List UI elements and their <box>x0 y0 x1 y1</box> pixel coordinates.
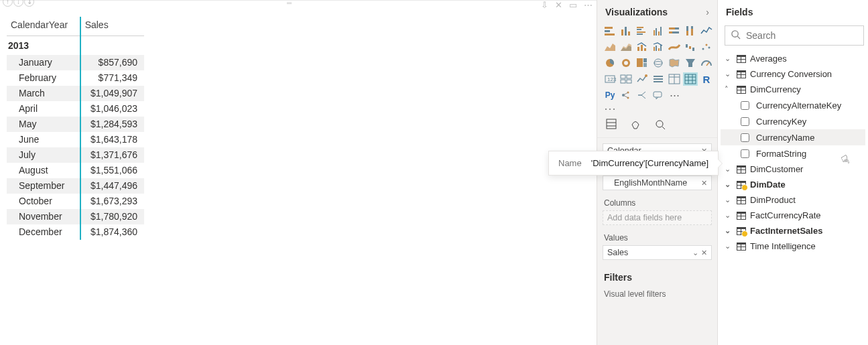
search-input[interactable] <box>725 25 864 46</box>
filled-map-icon[interactable] <box>667 56 682 70</box>
drill-up-icon[interactable]: ↑ <box>3 0 13 7</box>
pie-chart-icon[interactable] <box>603 56 617 70</box>
values-well-sales[interactable]: Sales ⌄✕ <box>603 245 712 260</box>
kpi-icon[interactable] <box>635 72 649 86</box>
qa-visual-icon[interactable] <box>651 88 666 102</box>
field-checkbox[interactable] <box>741 133 749 142</box>
table-averages[interactable]: ⌄ Averages <box>721 51 865 66</box>
table-factcurrencyrate[interactable]: ⌄ FactCurrencyRate <box>721 208 865 223</box>
svg-point-40 <box>624 61 628 65</box>
gallery-overflow-icon[interactable]: ⋯ <box>597 105 717 113</box>
sales-cell: $1,643,178 <box>80 132 144 147</box>
r-visual-icon[interactable]: R <box>699 72 714 86</box>
scatter-icon[interactable] <box>699 40 714 54</box>
table-dimdate[interactable]: ⌄ DimDate <box>721 177 865 192</box>
multi-card-icon[interactable] <box>619 72 633 86</box>
field-currencyalternatekey[interactable]: CurrencyAlternateKey <box>721 97 865 113</box>
decomposition-icon[interactable] <box>635 88 649 102</box>
gauge-icon[interactable] <box>699 56 714 70</box>
col-header-sales[interactable]: Sales <box>80 17 144 36</box>
svg-rect-2 <box>605 33 615 36</box>
expand-icon[interactable]: ↧ <box>24 0 34 7</box>
field-label: CurrencyName <box>756 133 814 143</box>
format-tab-icon[interactable] <box>629 118 641 132</box>
field-checkbox[interactable] <box>741 149 749 158</box>
slicer-icon[interactable] <box>651 72 666 86</box>
clustered-bar-icon[interactable] <box>635 24 649 38</box>
visual-drill-icons[interactable]: ↑ ↓ ↧ <box>3 0 34 7</box>
custom-visual-icon[interactable]: ⋯ <box>667 88 682 102</box>
table-timeintelligence[interactable]: ⌄ Time Intelligence <box>721 238 865 254</box>
svg-rect-61 <box>685 74 696 84</box>
drill-down-icon[interactable]: ↓ <box>13 0 23 7</box>
filter-icon[interactable]: ✕ <box>555 0 562 10</box>
stacked-bar-icon[interactable] <box>603 24 617 38</box>
svg-rect-10 <box>654 30 655 36</box>
report-canvas[interactable]: ↑ ↓ ↧ ═ ⇩ ✕ ▭ ⋯ CalendarYear Sales 2013 … <box>0 0 597 345</box>
rows-well-month[interactable]: EnglishMonthName ✕ <box>603 176 712 190</box>
svg-marker-22 <box>605 44 615 51</box>
funnel-icon[interactable] <box>683 56 698 70</box>
table-label: FactInternetSales <box>750 226 822 236</box>
month-cell: September <box>7 178 80 194</box>
fields-tab-icon[interactable] <box>605 118 617 132</box>
field-currencykey[interactable]: CurrencyKey <box>721 113 865 129</box>
waterfall-icon[interactable] <box>683 40 698 54</box>
stacked100-bar-icon[interactable] <box>667 24 682 38</box>
py-visual-icon[interactable]: Py <box>603 88 617 102</box>
filters-visual-level-label: Visual level filters <box>597 285 717 299</box>
map-icon[interactable] <box>651 56 666 70</box>
collapse-pane-icon[interactable]: › <box>706 7 709 17</box>
matrix-visual[interactable]: CalendarYear Sales 2013 January$857,690 … <box>7 17 144 240</box>
field-currencyname[interactable]: CurrencyName <box>721 129 865 145</box>
table-icon[interactable] <box>667 72 682 86</box>
table-dimproduct[interactable]: ⌄ DimProduct <box>721 192 865 208</box>
svg-line-70 <box>623 95 628 98</box>
area-chart-icon[interactable] <box>603 40 617 54</box>
table-dimcurrency[interactable]: ˄ DimCurrency <box>721 82 865 97</box>
svg-rect-75 <box>607 119 616 129</box>
remove-field-icon[interactable]: ✕ <box>701 179 707 188</box>
sales-cell: $857,690 <box>80 55 144 70</box>
col-header-calendar[interactable]: CalendarYear <box>7 17 80 36</box>
matrix-icon[interactable] <box>683 72 698 86</box>
field-checkbox[interactable] <box>741 117 749 126</box>
line-stacked-icon[interactable] <box>635 40 649 54</box>
card-icon[interactable]: 123 <box>603 72 617 86</box>
columns-well-label: Columns <box>603 196 712 210</box>
clustered-column-icon[interactable] <box>651 24 666 38</box>
pin-icon[interactable]: ⇩ <box>541 0 548 10</box>
search-field[interactable] <box>746 30 858 41</box>
svg-text:123: 123 <box>607 76 616 82</box>
svg-rect-5 <box>628 31 630 36</box>
pane-title: Visualizations <box>605 7 668 17</box>
visual-header-icons[interactable]: ⇩ ✕ ▭ ⋯ <box>541 0 593 10</box>
remove-field-icon[interactable]: ✕ <box>701 249 707 257</box>
svg-line-73 <box>641 95 645 98</box>
donut-chart-icon[interactable] <box>619 56 633 70</box>
line-chart-icon[interactable] <box>699 24 714 38</box>
stacked-area-icon[interactable] <box>619 40 633 54</box>
chevron-down-icon[interactable]: ⌄ <box>692 249 698 257</box>
ribbon-chart-icon[interactable] <box>667 40 682 54</box>
stacked-column-icon[interactable] <box>619 24 633 38</box>
line-clustered-icon[interactable] <box>651 40 666 54</box>
treemap-icon[interactable] <box>635 56 649 70</box>
analytics-tab-icon[interactable] <box>654 118 666 132</box>
svg-rect-31 <box>660 45 662 51</box>
year-cell[interactable]: 2013 <box>7 36 80 56</box>
columns-well-placeholder[interactable]: Add data fields here <box>603 210 712 225</box>
month-cell: March <box>7 86 80 101</box>
month-cell: November <box>7 209 80 224</box>
sales-cell: $1,874,360 <box>80 224 144 240</box>
svg-rect-43 <box>643 63 647 67</box>
visual-gripper-icon[interactable]: ═ <box>287 0 292 7</box>
table-label: DimCustomer <box>750 164 803 174</box>
key-influencer-icon[interactable] <box>619 88 633 102</box>
table-currency-conversion[interactable]: ⌄ Currency Conversion <box>721 66 865 82</box>
more-icon[interactable]: ⋯ <box>584 0 593 10</box>
stacked100-column-icon[interactable] <box>683 24 698 38</box>
field-checkbox[interactable] <box>741 101 749 110</box>
table-factinternetsales[interactable]: ⌄ FactInternetSales <box>721 223 865 238</box>
focus-icon[interactable]: ▭ <box>569 0 577 10</box>
